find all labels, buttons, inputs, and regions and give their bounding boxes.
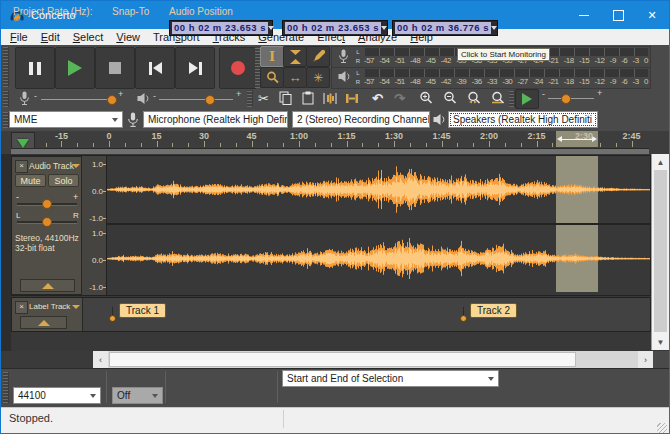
output-device-speaker-icon: [433, 113, 446, 126]
play-speed-slider[interactable]: [548, 98, 594, 99]
selection-tool-button[interactable]: I: [260, 46, 284, 67]
redo-button[interactable]: ↷: [389, 89, 410, 107]
undo-button[interactable]: ↶: [367, 89, 388, 107]
label-track-title[interactable]: Label Track: [29, 302, 70, 311]
selection-mode-select[interactable]: Start and End of Selection: [282, 370, 499, 387]
play-at-speed-button[interactable]: [515, 89, 539, 109]
selection-toolbar-grip[interactable]: [3, 372, 9, 403]
waveform-right-channel[interactable]: [107, 225, 651, 292]
selection-start-field[interactable]: 00 h 02 m 23.653 s: [282, 20, 388, 36]
skip-to-end-button[interactable]: [175, 47, 215, 89]
cut-button[interactable]: ✂: [253, 89, 274, 107]
pause-button[interactable]: [15, 47, 55, 89]
scroll-up-arrow[interactable]: ▲: [652, 155, 669, 169]
play-button[interactable]: [55, 47, 95, 89]
waveform-left-channel[interactable]: [107, 156, 651, 223]
close-label-track-button[interactable]: ×: [15, 301, 28, 314]
snap-to-select[interactable]: Off: [112, 387, 163, 404]
recording-channels-select[interactable]: 2 (Stereo) Recording Channels: [292, 111, 430, 128]
zoom-tool-button[interactable]: [260, 67, 284, 88]
zoom-out-button[interactable]: [439, 89, 460, 107]
draw-tool-icon: [312, 50, 325, 63]
zoom-selection-icon: [467, 91, 481, 105]
zoom-fit-button[interactable]: [487, 89, 508, 107]
ruler-tick: [362, 143, 363, 147]
minimize-button[interactable]: [567, 1, 601, 29]
play-speed-thumb[interactable]: [561, 94, 571, 104]
chevron-down-icon[interactable]: [268, 26, 274, 30]
label-marker-icon[interactable]: [460, 307, 467, 322]
horizontal-scroll-thumb[interactable]: [109, 352, 576, 367]
close-button[interactable]: ✕: [635, 1, 669, 29]
audio-position-field[interactable]: 00 h 02 m 23.653 s: [169, 20, 273, 36]
audio-host-select[interactable]: MME: [9, 111, 123, 128]
vertical-scrollbar[interactable]: ▲ ▼: [651, 154, 669, 350]
label-track-menu-chevron-icon[interactable]: [72, 305, 80, 309]
menu-view[interactable]: View: [114, 31, 142, 43]
envelope-tool-button[interactable]: [283, 46, 307, 67]
recording-volume-slider[interactable]: [41, 99, 115, 100]
scroll-down-arrow[interactable]: ▼: [652, 335, 669, 349]
solo-button[interactable]: Solo: [48, 174, 79, 187]
input-device-mic-icon: [127, 112, 139, 128]
menu-select[interactable]: Select: [71, 31, 106, 43]
menu-edit[interactable]: Edit: [39, 31, 62, 43]
collapse-track-button[interactable]: [20, 279, 75, 292]
meter-scale-value: -12: [594, 78, 604, 86]
vertical-ruler[interactable]: 1.00.0-1.01.00.0-1.0: [82, 156, 107, 295]
multi-tool-button[interactable]: ✳: [306, 67, 330, 88]
transport-toolbar-grip[interactable]: [3, 47, 9, 87]
ruler-time-label: 30: [199, 132, 209, 141]
label-marker-icon[interactable]: [109, 307, 116, 322]
ruler-scale[interactable]: -1501530451:001:151:301:452:002:152:302:…: [1, 131, 670, 147]
meter-scale-value: -15: [579, 78, 589, 86]
chevron-down-icon[interactable]: [381, 26, 387, 30]
draw-tool-button[interactable]: [306, 46, 330, 67]
recording-volume-thumb[interactable]: [107, 95, 117, 105]
track-menu-chevron-icon[interactable]: [72, 164, 80, 168]
mute-button[interactable]: Mute: [15, 174, 46, 187]
timeline-ruler[interactable]: -1501530451:001:151:301:452:002:152:302:…: [1, 131, 669, 155]
label-track-content[interactable]: Track 1Track 2: [83, 298, 650, 331]
chevron-down-icon: [484, 377, 498, 381]
track-title[interactable]: Audio Track: [29, 161, 74, 171]
ruler-tick: [600, 143, 601, 147]
chevron-down-icon[interactable]: [491, 26, 497, 30]
gain-thumb[interactable]: [42, 199, 52, 209]
stop-button[interactable]: [95, 47, 135, 89]
trim-audio-button[interactable]: [319, 89, 340, 107]
horizontal-scrollbar[interactable]: ‹ ›: [93, 351, 653, 368]
waveform-view[interactable]: [107, 156, 651, 295]
playback-volume-thumb[interactable]: [205, 95, 215, 105]
scroll-left-arrow[interactable]: ‹: [93, 351, 108, 368]
close-track-button[interactable]: ×: [15, 160, 28, 173]
pan-thumb[interactable]: [42, 217, 52, 227]
recording-device-select[interactable]: Microphone (Realtek High Defini: [143, 111, 288, 128]
copy-button[interactable]: [275, 89, 296, 107]
silence-audio-button[interactable]: [341, 89, 362, 107]
collapse-label-track-button[interactable]: [20, 316, 67, 329]
timeshift-tool-button[interactable]: ↔: [283, 67, 307, 88]
vertical-scroll-thumb[interactable]: [654, 170, 667, 332]
playback-meter[interactable]: LR -57-54-51-48-45-42-39-36-33-30-27-24-…: [331, 67, 651, 89]
zoom-selection-button[interactable]: [463, 89, 484, 107]
playback-device-select[interactable]: Speakers (Realtek High Definiti: [448, 111, 598, 128]
skip-to-start-button[interactable]: [135, 47, 175, 89]
cut-icon: ✂: [258, 92, 269, 105]
maximize-button[interactable]: [601, 1, 635, 29]
ruler-tick: [537, 141, 538, 147]
label-box[interactable]: Track 1: [119, 303, 166, 318]
label-box[interactable]: Track 2: [470, 303, 517, 318]
zoom-in-button[interactable]: [415, 89, 436, 107]
scroll-right-arrow[interactable]: ›: [638, 351, 653, 368]
ruler-tick: [204, 141, 205, 147]
menu-file[interactable]: File: [8, 31, 30, 43]
selection-end-field[interactable]: 00 h 02 m 36.776 s: [392, 20, 498, 36]
mixer-toolbar-grip[interactable]: [3, 90, 9, 107]
project-rate-select[interactable]: 44100: [13, 387, 101, 404]
resize-grip[interactable]: [657, 423, 667, 433]
speed-plus: +: [597, 89, 602, 98]
record-button[interactable]: [219, 47, 257, 89]
paste-button[interactable]: [297, 89, 318, 107]
playback-volume-slider[interactable]: [159, 99, 233, 100]
